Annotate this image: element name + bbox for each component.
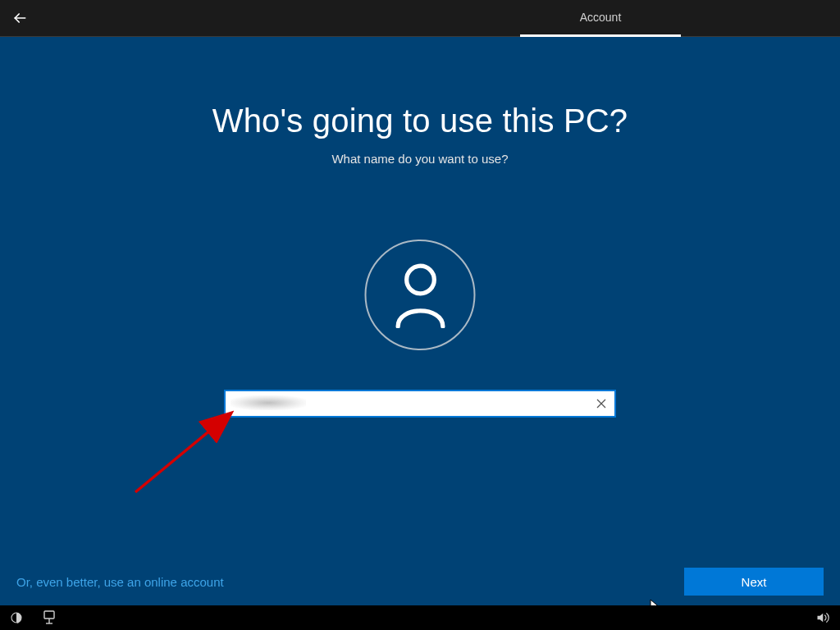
volume-button[interactable] (807, 605, 840, 630)
ease-of-access-icon (10, 611, 23, 624)
ime-icon (43, 610, 56, 625)
back-button[interactable] (0, 0, 39, 37)
page-subtitle: What name do you want to use? (0, 152, 840, 166)
person-icon (391, 262, 449, 328)
clear-x-icon (596, 399, 606, 409)
clear-input-button[interactable] (588, 391, 614, 416)
tab-account[interactable]: Account (520, 0, 681, 37)
avatar-placeholder (365, 240, 476, 350)
page-title: Who's going to use this PC? (0, 103, 840, 139)
username-input[interactable] (226, 391, 588, 416)
next-button[interactable]: Next (684, 568, 824, 596)
volume-icon (816, 611, 831, 624)
next-button-label: Next (742, 575, 767, 589)
svg-rect-6 (44, 611, 54, 619)
svg-line-4 (135, 414, 230, 492)
use-online-account-link[interactable]: Or, even better, use an online account (16, 575, 224, 589)
system-tray (0, 605, 840, 630)
setup-canvas: Who's going to use this PC? What name do… (0, 37, 840, 605)
back-arrow-icon (11, 10, 28, 26)
tab-label: Account (580, 11, 622, 24)
username-field-container (224, 390, 616, 418)
title-bar: Account (0, 0, 840, 37)
ime-button[interactable] (33, 605, 66, 630)
ease-of-access-button[interactable] (0, 605, 33, 630)
svg-point-1 (406, 266, 434, 294)
